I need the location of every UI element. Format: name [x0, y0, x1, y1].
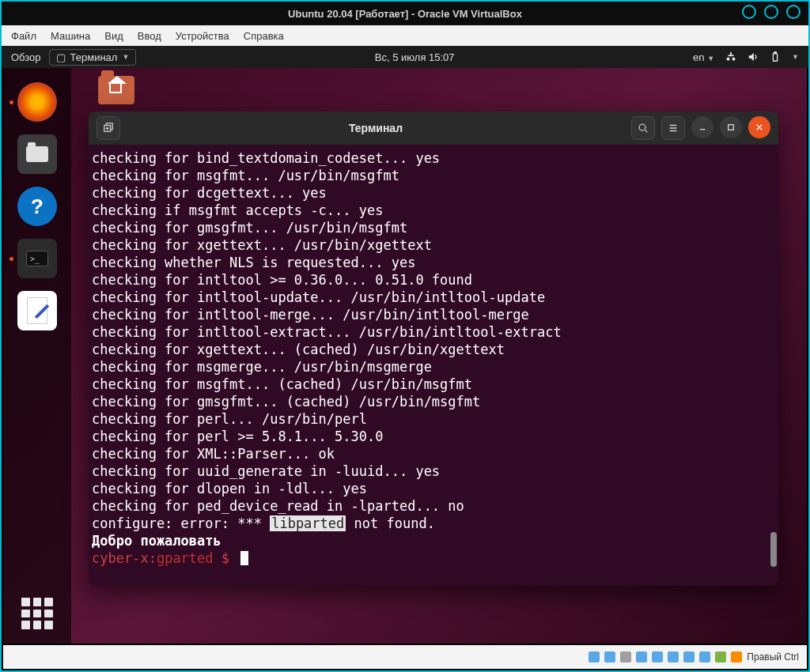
prompt-cwd: gparted: [157, 550, 214, 566]
virtualbox-titlebar: Ubuntu 20.04 [Работает] - Oracle VM Virt…: [2, 2, 808, 25]
svg-rect-2: [732, 58, 736, 61]
virtualbox-status-bar: Правый Ctrl: [3, 645, 807, 669]
welcome-text: Добро пожаловать: [92, 533, 221, 549]
terminal-small-icon: ▢: [56, 51, 66, 63]
text-editor-icon[interactable]: [17, 291, 57, 330]
app-menu[interactable]: ▢ Терминал ▼: [49, 49, 137, 66]
menu-machine[interactable]: Машина: [51, 30, 90, 42]
maximize-button[interactable]: [720, 116, 742, 138]
minimize-icon[interactable]: [742, 5, 756, 19]
svg-rect-5: [773, 54, 777, 62]
clock[interactable]: Вс, 5 июля 15:07: [136, 51, 693, 63]
terminal-titlebar[interactable]: Терминал: [89, 111, 778, 145]
guest-desktop: ? >_ Терминал: [3, 68, 807, 644]
status-guest-additions-icon[interactable]: [715, 651, 726, 663]
svg-rect-1: [727, 58, 730, 61]
error-suffix: not found.: [346, 515, 435, 531]
window-title: Ubuntu 20.04 [Работает] - Oracle VM Virt…: [288, 8, 522, 20]
status-recording-icon[interactable]: [699, 651, 710, 663]
cursor: [240, 551, 248, 565]
menu-input[interactable]: Ввод: [138, 30, 161, 42]
files-icon[interactable]: [17, 134, 57, 174]
status-network-icon[interactable]: [636, 651, 647, 663]
menu-view[interactable]: Вид: [104, 30, 123, 42]
svg-rect-6: [774, 52, 777, 54]
prompt-user: cyber-x: [92, 550, 149, 566]
terminal-icon[interactable]: >_: [17, 239, 57, 278]
system-tray[interactable]: en ▼ ▼: [693, 51, 799, 63]
gnome-top-bar: Обзор ▢ Терминал ▼ Вс, 5 июля 15:07 en ▼…: [2, 46, 808, 68]
help-icon[interactable]: ?: [17, 187, 57, 226]
language-indicator[interactable]: en ▼: [693, 51, 714, 63]
minimize-button[interactable]: [691, 116, 713, 138]
chevron-down-icon: ▼: [792, 53, 799, 61]
svg-marker-4: [749, 53, 754, 62]
app-menu-label: Терминал: [70, 51, 118, 63]
error-highlight: libparted: [270, 515, 346, 531]
terminal-title: Терминал: [128, 122, 623, 134]
hostkey-indicator[interactable]: Правый Ctrl: [747, 651, 799, 663]
window-controls[interactable]: [742, 5, 801, 19]
svg-rect-16: [729, 125, 734, 130]
prompt-sep: :: [149, 550, 157, 566]
maximize-icon[interactable]: [764, 5, 778, 19]
svg-rect-3: [729, 55, 734, 56]
volume-icon[interactable]: [748, 51, 759, 62]
search-button[interactable]: [631, 116, 655, 140]
menu-help[interactable]: Справка: [244, 30, 284, 42]
new-tab-button[interactable]: [97, 116, 120, 140]
error-prefix: configure: error: ***: [92, 515, 270, 531]
chevron-down-icon: ▼: [122, 53, 129, 61]
dock: ? >_: [3, 68, 71, 644]
status-hdd-icon[interactable]: [589, 651, 600, 663]
home-folder-icon[interactable]: [98, 76, 134, 104]
hamburger-menu-button[interactable]: [661, 116, 685, 140]
scrollbar[interactable]: [770, 532, 777, 567]
status-usb-icon[interactable]: [652, 651, 663, 663]
svg-point-10: [639, 124, 645, 130]
activities-button[interactable]: Обзор: [11, 51, 41, 63]
terminal-body[interactable]: checking for bind_textdomain_codeset... …: [89, 145, 778, 586]
menu-file[interactable]: Файл: [11, 30, 36, 42]
close-icon[interactable]: [786, 5, 801, 19]
status-display-icon[interactable]: [683, 651, 695, 663]
terminal-window: Терминал checking for bind_textd: [89, 111, 778, 586]
prompt-symbol: $: [214, 550, 238, 566]
close-button[interactable]: [748, 116, 770, 138]
network-icon[interactable]: [725, 51, 736, 62]
battery-icon[interactable]: [770, 51, 781, 62]
show-applications-icon[interactable]: [21, 598, 53, 629]
status-shared-folder-icon[interactable]: [668, 651, 679, 663]
status-mouse-icon[interactable]: [731, 651, 742, 663]
menu-devices[interactable]: Устройства: [176, 30, 229, 42]
firefox-icon[interactable]: [17, 82, 57, 122]
status-audio-icon[interactable]: [620, 651, 631, 663]
virtualbox-menu-bar: Файл Машина Вид Ввод Устройства Справка: [2, 25, 808, 46]
svg-line-11: [645, 130, 648, 133]
status-optical-icon[interactable]: [604, 651, 615, 663]
